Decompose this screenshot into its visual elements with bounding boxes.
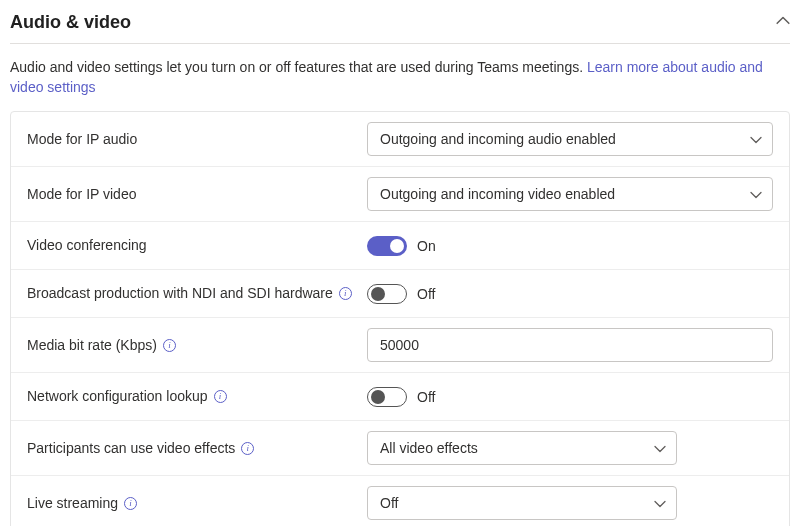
toggle-state-label: Off <box>417 389 435 405</box>
chevron-down-icon <box>750 188 762 200</box>
info-icon[interactable]: i <box>339 287 352 300</box>
row-media-bitrate: Media bit rate (Kbps) i <box>11 318 789 373</box>
input-media-bitrate[interactable] <box>367 328 773 362</box>
label-media-bitrate: Media bit rate (Kbps) i <box>27 336 367 355</box>
toggle-ndi-sdi[interactable] <box>367 284 407 304</box>
row-ip-audio: Mode for IP audio Outgoing and incoming … <box>11 112 789 167</box>
info-icon[interactable]: i <box>241 442 254 455</box>
label-network-lookup: Network configuration lookup i <box>27 387 367 406</box>
section-description: Audio and video settings let you turn on… <box>10 58 790 97</box>
chevron-down-icon <box>654 442 666 454</box>
row-live-streaming: Live streaming i Off <box>11 476 789 526</box>
section-header: Audio & video <box>10 8 790 44</box>
label-video-conferencing: Video conferencing <box>27 236 367 255</box>
select-video-effects[interactable]: All video effects <box>367 431 677 465</box>
select-live-streaming[interactable]: Off <box>367 486 677 520</box>
row-video-conferencing: Video conferencing On <box>11 222 789 270</box>
row-video-effects: Participants can use video effects i All… <box>11 421 789 476</box>
chevron-down-icon <box>654 497 666 509</box>
row-ndi-sdi: Broadcast production with NDI and SDI ha… <box>11 270 789 318</box>
section-title: Audio & video <box>10 12 131 33</box>
label-ip-audio: Mode for IP audio <box>27 130 367 149</box>
chevron-down-icon <box>750 133 762 145</box>
toggle-network-lookup[interactable] <box>367 387 407 407</box>
row-ip-video: Mode for IP video Outgoing and incoming … <box>11 167 789 222</box>
chevron-up-icon[interactable] <box>776 14 790 31</box>
label-live-streaming: Live streaming i <box>27 494 367 513</box>
label-video-effects: Participants can use video effects i <box>27 439 367 458</box>
settings-panel: Mode for IP audio Outgoing and incoming … <box>10 111 790 526</box>
row-network-lookup: Network configuration lookup i Off <box>11 373 789 421</box>
info-icon[interactable]: i <box>124 497 137 510</box>
select-ip-video[interactable]: Outgoing and incoming video enabled <box>367 177 773 211</box>
select-ip-audio[interactable]: Outgoing and incoming audio enabled <box>367 122 773 156</box>
info-icon[interactable]: i <box>214 390 227 403</box>
label-ip-video: Mode for IP video <box>27 185 367 204</box>
toggle-state-label: On <box>417 238 436 254</box>
toggle-state-label: Off <box>417 286 435 302</box>
info-icon[interactable]: i <box>163 339 176 352</box>
label-ndi-sdi: Broadcast production with NDI and SDI ha… <box>27 284 367 303</box>
toggle-video-conferencing[interactable] <box>367 236 407 256</box>
